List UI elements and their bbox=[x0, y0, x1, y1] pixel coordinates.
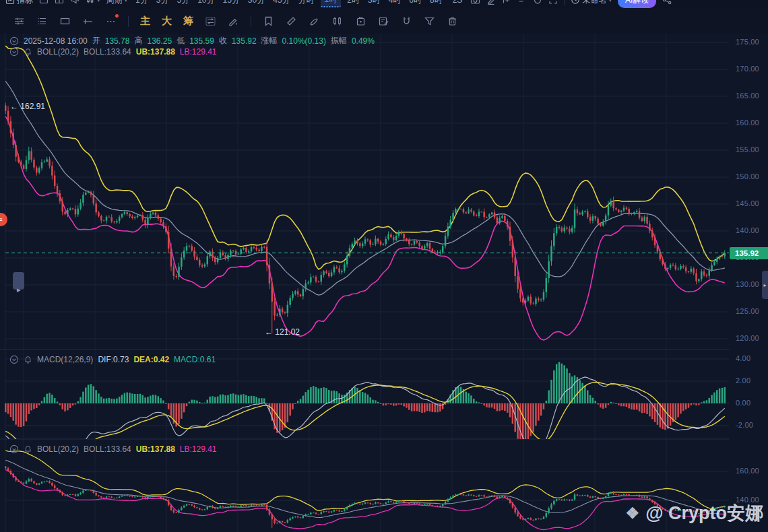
timeframe-1分[interactable]: 1分 bbox=[133, 0, 150, 7]
share-nodes-icon bbox=[662, 0, 672, 5]
rows-icon bbox=[517, 0, 527, 5]
axis-label: 155.00 bbox=[736, 145, 759, 154]
timeframe-2时[interactable]: 2时 bbox=[345, 0, 362, 7]
object-list-button[interactable] bbox=[517, 0, 527, 5]
more-dots-icon bbox=[105, 15, 117, 27]
object-tree-button[interactable] bbox=[13, 15, 25, 27]
low-label: 低 bbox=[177, 35, 185, 46]
ai-analysis-button[interactable]: AI解读 bbox=[618, 0, 656, 8]
ruler-icon bbox=[286, 15, 297, 27]
announce-button[interactable] bbox=[70, 0, 79, 5]
timeframe-6时[interactable]: 6时 bbox=[407, 0, 424, 7]
measure-button[interactable] bbox=[286, 15, 297, 27]
delete-button[interactable] bbox=[447, 15, 458, 27]
timeframe-分时[interactable]: 分时 bbox=[296, 0, 317, 7]
collapse-chevron-icon[interactable] bbox=[9, 47, 19, 57]
timeframe-1时[interactable]: 1时 bbox=[321, 0, 342, 7]
draw-mode-button[interactable] bbox=[486, 0, 496, 5]
high-label: 高 bbox=[134, 35, 142, 46]
period-dropdown[interactable]: 周期 ▾ bbox=[106, 0, 128, 6]
timeframe-3时[interactable]: 3时 bbox=[366, 0, 383, 7]
watermark: ❖ @ Crypto安娜 bbox=[626, 501, 763, 525]
pencil-icon bbox=[486, 0, 496, 5]
collapse-chevron-icon[interactable] bbox=[9, 444, 19, 454]
list-icon bbox=[36, 15, 48, 27]
brush-button[interactable] bbox=[228, 15, 239, 27]
add-pane-button[interactable] bbox=[502, 0, 511, 5]
period-label: 周期 bbox=[106, 0, 123, 6]
hline-tool-button[interactable] bbox=[82, 15, 94, 27]
window-button[interactable] bbox=[39, 0, 49, 5]
timeframe-2s[interactable]: 2S bbox=[451, 0, 465, 5]
lock-button[interactable] bbox=[355, 15, 366, 27]
divider bbox=[564, 0, 565, 5]
fullscreen-button[interactable] bbox=[548, 0, 558, 5]
layout-button[interactable] bbox=[55, 0, 64, 5]
indicator-button[interactable]: 指标 bbox=[5, 0, 33, 6]
timeframe-3分[interactable]: 3分 bbox=[154, 0, 171, 7]
notes-button[interactable] bbox=[378, 15, 389, 27]
timeframe-list: 1分3分5分10分15分30分45分分时1时2时3时4时6时8时 bbox=[133, 0, 445, 7]
right-panel-handle[interactable]: ▸ bbox=[762, 271, 768, 299]
template-name: 未命名 bbox=[582, 0, 606, 6]
alert-bell-icon[interactable] bbox=[24, 48, 32, 57]
template-dropdown[interactable]: 未命名 ▾ bbox=[571, 0, 612, 6]
axis-label: 0.00 bbox=[736, 399, 750, 407]
timeframe-30分[interactable]: 30分 bbox=[246, 0, 267, 7]
boll-ub-value: UB:137.88 bbox=[136, 47, 175, 57]
magnet-button[interactable] bbox=[401, 15, 412, 27]
refresh-button[interactable] bbox=[205, 15, 216, 27]
alert-bell-icon[interactable] bbox=[24, 356, 32, 364]
timeframe-10分[interactable]: 10分 bbox=[195, 0, 216, 7]
boll-sub-mid-value: BOLL:133.64 bbox=[84, 444, 131, 454]
compare-candles-button[interactable] bbox=[331, 15, 344, 27]
pen-tool-button[interactable] bbox=[309, 15, 320, 27]
chevron-down-icon: ▾ bbox=[608, 0, 612, 3]
share-button[interactable] bbox=[662, 0, 672, 5]
axis-label: 150.00 bbox=[736, 172, 759, 180]
indicator-icon bbox=[5, 0, 15, 5]
watermark-text: @ Crypto安娜 bbox=[645, 501, 763, 525]
notification-glyph: ≡ bbox=[0, 216, 3, 223]
snapshot-button[interactable] bbox=[470, 0, 480, 5]
chart-canvas[interactable] bbox=[0, 34, 729, 532]
window-icon bbox=[39, 0, 49, 5]
timeframe-4时[interactable]: 4时 bbox=[387, 0, 404, 7]
collapse-chevron-icon[interactable] bbox=[9, 355, 19, 364]
large-chart-button[interactable]: 大 bbox=[162, 15, 172, 28]
axis-label: 140.00 bbox=[736, 226, 759, 234]
list-button[interactable] bbox=[36, 15, 48, 27]
axis-label: 130.00 bbox=[736, 280, 759, 288]
pen-icon bbox=[309, 15, 320, 27]
axis-label: 125.00 bbox=[736, 307, 759, 315]
more-tools-button[interactable] bbox=[105, 15, 117, 27]
expand-right-icon[interactable]: ▸ bbox=[17, 286, 21, 294]
notification-dot bbox=[115, 14, 119, 18]
timeframe-5分[interactable]: 5分 bbox=[174, 0, 191, 7]
open-label: 开 bbox=[92, 35, 100, 46]
macd-dif-value: DIF:0.73 bbox=[98, 355, 129, 364]
timeframe-45分[interactable]: 45分 bbox=[271, 0, 292, 7]
timeframe-8时[interactable]: 8时 bbox=[428, 0, 445, 7]
boll-name: BOLL(20,2) bbox=[37, 47, 79, 57]
boll-legend: BOLL(20,2) BOLL:133.64 UB:137.88 LB:129.… bbox=[9, 47, 217, 57]
chips-button[interactable]: 筹 bbox=[183, 15, 193, 28]
alert-bell-icon[interactable] bbox=[24, 445, 32, 454]
layout-icon bbox=[55, 0, 64, 5]
amplitude-value: 0.49% bbox=[352, 36, 375, 46]
horizontal-line-icon bbox=[82, 15, 94, 27]
protect-button[interactable] bbox=[533, 0, 542, 5]
axis-label: 160.00 bbox=[736, 119, 759, 127]
filter-button[interactable] bbox=[424, 15, 435, 27]
collapse-chevron-icon[interactable] bbox=[9, 36, 19, 46]
magnet-icon bbox=[401, 15, 412, 27]
chevron-down-icon: ▾ bbox=[97, 0, 100, 3]
boll-mid-value: BOLL:133.64 bbox=[84, 47, 131, 57]
chart-style-button[interactable]: ▾ bbox=[86, 0, 100, 5]
timeframe-15分[interactable]: 15分 bbox=[220, 0, 241, 7]
expand-right-icon: ▸ bbox=[763, 282, 766, 288]
bookmark-button[interactable] bbox=[263, 15, 274, 27]
amplitude-label: 振幅 bbox=[331, 35, 347, 46]
rectangle-tool-button[interactable] bbox=[59, 15, 71, 27]
main-chart-button[interactable]: 主 bbox=[140, 15, 150, 28]
